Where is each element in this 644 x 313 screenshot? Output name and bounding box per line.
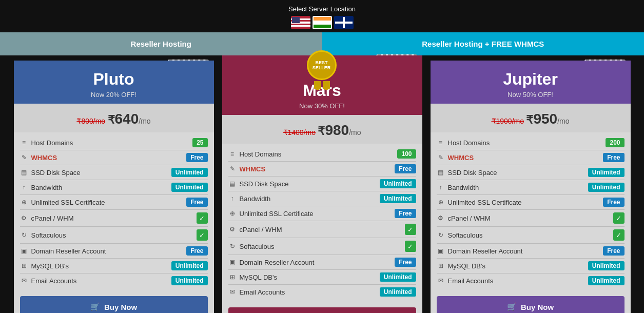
pluto-bandwidth: ↑ Bandwidth Unlimited	[20, 180, 208, 195]
mars-softaculous-left: ↻ Softaculous	[228, 243, 275, 250]
database-icon: ⊞	[437, 262, 445, 269]
list-icon: ≡	[437, 139, 445, 146]
jupiter-discount: Now 50% OFF!	[436, 91, 626, 99]
mars-email-left: ✉ Email Accounts	[228, 288, 285, 296]
mars-per-mo: /mo	[349, 128, 361, 136]
mars-email: ✉ Email Accounts Unlimited	[228, 285, 416, 299]
flag-uk[interactable]	[334, 16, 354, 29]
server-location-label: Select Server Location	[0, 5, 644, 13]
mars-whmcs: ✎ WHMCS Free	[228, 162, 416, 177]
jupiter-cpanel-left: ⚙ cPanel / WHM	[437, 214, 491, 222]
upload-icon: ↑	[20, 184, 28, 191]
mars-buy-button[interactable]: 🛒 Buy Now	[228, 307, 416, 313]
jupiter-softaculous-label: Softaculous	[448, 231, 483, 239]
pluto-features: ≡ Host Domains 25 ✎ WHMCS Free ▤ SSD Dis	[14, 132, 214, 291]
pluto-email: ✉ Email Accounts Unlimited	[20, 273, 208, 288]
jupiter-whmcs: ✎ WHMCS Free	[437, 150, 625, 165]
jupiter-bandwidth-value: Unlimited	[588, 183, 625, 192]
list-icon: ≡	[20, 139, 28, 146]
jupiter-buy-button[interactable]: 🛒 Buy Now	[437, 296, 625, 313]
flag-india[interactable]	[313, 16, 332, 29]
mars-features: ≡ Host Domains 100 ✎ WHMCS Free ▤ SSD Di	[222, 144, 422, 302]
tab-reseller-hosting[interactable]: Reseller Hosting	[0, 32, 322, 55]
edit-icon: ✎	[437, 154, 445, 161]
jupiter-pricing: ₹1900/mo ₹950/mo	[431, 104, 631, 132]
email-icon: ✉	[437, 277, 445, 284]
server-icon: ▣	[20, 247, 28, 255]
pluto-host-domains-value: 25	[192, 138, 207, 147]
mars-ssl: ⊕ Unlimited SSL Certificate Free	[228, 206, 416, 221]
jupiter-mysql-value: Unlimited	[588, 261, 625, 270]
database-icon: ⊞	[20, 262, 28, 269]
mars-price-value: 980	[325, 122, 349, 138]
pluto-buy-button[interactable]: 🛒 Buy Now	[20, 296, 208, 313]
jupiter-ssl: ⊕ Unlimited SSL Certificate Free	[437, 195, 625, 210]
refresh-icon: ↻	[20, 231, 28, 239]
mars-host-domains-label: Host Domains	[240, 150, 282, 158]
database-icon: ⊞	[228, 273, 237, 281]
pluto-ssd-value: Unlimited	[171, 168, 208, 177]
mars-softaculous-check: ✓	[405, 241, 416, 252]
plan-pluto: Discount Code LEAD Pluto Now 20% OFF! ₹8…	[14, 61, 214, 313]
pluto-ssd-left: ▤ SSD Disk Space	[20, 169, 81, 177]
jupiter-cpanel-check: ✓	[613, 212, 625, 224]
jupiter-email: ✉ Email Accounts Unlimited	[437, 273, 625, 288]
flag-us[interactable]	[291, 16, 310, 29]
globe-icon: ⊕	[20, 199, 28, 206]
mars-mysql-left: ⊞ MySQL DB's	[228, 273, 278, 281]
pluto-ssl-label: Unlimited SSL Certificate	[31, 199, 105, 206]
jupiter-old-price: ₹1900/mo	[492, 117, 524, 125]
tab-reseller-whmcs[interactable]: Reseller Hosting + FREE WHMCS	[322, 32, 645, 55]
mars-bandwidth-value: Unlimited	[380, 194, 416, 203]
email-icon: ✉	[228, 288, 237, 296]
jupiter-features: ≡ Host Domains 200 ✎ WHMCS Free ▤ SSD Di	[431, 132, 631, 291]
settings-icon: ⚙	[437, 214, 445, 222]
jupiter-new-price: ₹950/mo	[526, 111, 569, 127]
ribbon-left	[314, 81, 321, 90]
settings-icon: ⚙	[228, 226, 237, 233]
mars-currency: ₹	[318, 125, 325, 138]
server-icon: ▣	[228, 259, 237, 266]
pluto-mysql: ⊞ MySQL DB's Unlimited	[20, 259, 208, 273]
upload-icon: ↑	[437, 184, 445, 191]
refresh-icon: ↻	[228, 243, 237, 250]
mars-mysql-label: MySQL DB's	[240, 273, 278, 281]
pluto-discount: Now 20% OFF!	[19, 91, 209, 99]
mars-domain-reseller-left: ▣ Domain Reseller Account	[228, 259, 315, 266]
best-seller-text: BEST	[315, 60, 327, 65]
hdd-icon: ▤	[20, 169, 28, 176]
mars-email-value: Unlimited	[380, 287, 416, 297]
mars-softaculous: ↻ Softaculous ✓	[228, 238, 416, 255]
mars-domain-reseller-value: Free	[395, 258, 416, 267]
jupiter-ssd-value: Unlimited	[588, 168, 625, 177]
pluto-pricing: ₹800/mo ₹640/mo	[14, 104, 214, 132]
pluto-new-price: ₹640/mo	[108, 111, 151, 127]
pluto-softaculous-label: Softaculous	[31, 231, 66, 239]
pluto-old-price: ₹800/mo	[76, 117, 105, 125]
flags-container	[0, 16, 644, 29]
edit-icon: ✎	[228, 165, 237, 172]
pluto-cpanel-check: ✓	[197, 212, 208, 224]
mars-ssl-left: ⊕ Unlimited SSL Certificate	[228, 210, 314, 218]
pluto-title: Pluto	[19, 70, 209, 89]
jupiter-mysql: ⊞ MySQL DB's Unlimited	[437, 259, 625, 273]
pluto-cpanel-label: cPanel / WHM	[31, 214, 74, 222]
best-seller-badge: BEST SELLER	[307, 50, 337, 80]
pluto-buy-area: 🛒 Buy Now	[14, 291, 214, 313]
jupiter-bandwidth-left: ↑ Bandwidth	[437, 184, 479, 191]
pluto-currency: ₹	[108, 113, 115, 126]
mars-new-price: ₹980/mo	[318, 122, 361, 138]
mars-ssd-left: ▤ SSD Disk Space	[228, 180, 289, 188]
pluto-bandwidth-value: Unlimited	[171, 183, 208, 192]
jupiter-bandwidth-label: Bandwidth	[448, 184, 479, 191]
edit-icon: ✎	[20, 154, 28, 161]
pluto-ssl: ⊕ Unlimited SSL Certificate Free	[20, 195, 208, 210]
pluto-ssl-left: ⊕ Unlimited SSL Certificate	[20, 199, 105, 206]
pluto-per-mo: /mo	[139, 117, 150, 125]
jupiter-buy-area: 🛒 Buy Now	[431, 291, 631, 313]
mars-ssl-value: Free	[395, 209, 416, 218]
jupiter-header: Jupiter Now 50% OFF!	[431, 61, 631, 104]
pluto-bandwidth-label: Bandwidth	[31, 184, 63, 191]
mars-cpanel-label: cPanel / WHM	[240, 226, 282, 233]
mars-domain-reseller: ▣ Domain Reseller Account Free	[228, 255, 416, 270]
